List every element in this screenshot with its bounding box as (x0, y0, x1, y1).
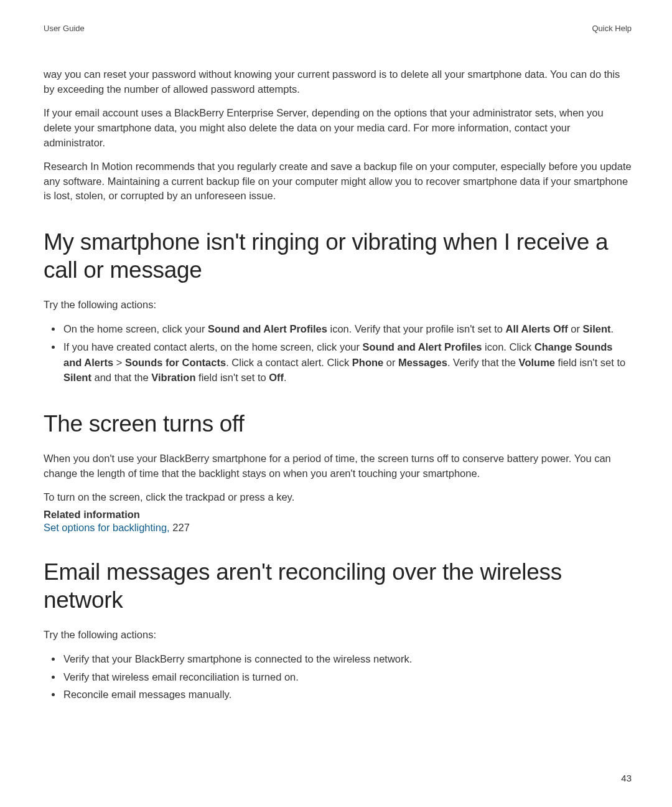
section1-lead: Try the following actions: (44, 298, 632, 313)
related-link-row: Set options for backlighting, 227 (44, 522, 632, 534)
heading-email-reconciling: Email messages aren't reconciling over t… (44, 559, 632, 614)
page-number: 43 (621, 773, 632, 783)
section3-bullets: Verify that your BlackBerry smartphone i… (44, 651, 632, 702)
heading-screen-turns-off: The screen turns off (44, 410, 632, 438)
document-page: User Guide Quick Help way you can reset … (0, 0, 672, 807)
intro-paragraph-2: If your email account uses a BlackBerry … (44, 106, 632, 151)
intro-paragraph-1: way you can reset your password without … (44, 67, 632, 97)
intro-paragraph-3: Research In Motion recommends that you r… (44, 159, 632, 204)
header-right: Quick Help (592, 24, 632, 33)
heading-ringing-vibrating: My smartphone isn't ringing or vibrating… (44, 229, 632, 284)
section2-paragraph-1: When you don't use your BlackBerry smart… (44, 451, 632, 481)
section3-bullet-3: Reconcile email messages manually. (62, 687, 632, 702)
link-set-options-backlighting[interactable]: Set options for backlighting, (44, 522, 172, 533)
section3-lead: Try the following actions: (44, 628, 632, 643)
section1-bullet-1: On the home screen, click your Sound and… (62, 321, 632, 337)
header-left: User Guide (44, 24, 85, 33)
related-link-page: 227 (172, 522, 190, 533)
related-information-label: Related information (44, 509, 632, 521)
section3-bullet-1: Verify that your BlackBerry smartphone i… (62, 651, 632, 667)
section2-paragraph-2: To turn on the screen, click the trackpa… (44, 490, 632, 505)
section1-bullets: On the home screen, click your Sound and… (44, 321, 632, 385)
section3-bullet-2: Verify that wireless email reconciliatio… (62, 669, 632, 685)
page-header: User Guide Quick Help (44, 24, 632, 33)
section1-bullet-2: If you have created contact alerts, on t… (62, 339, 632, 385)
